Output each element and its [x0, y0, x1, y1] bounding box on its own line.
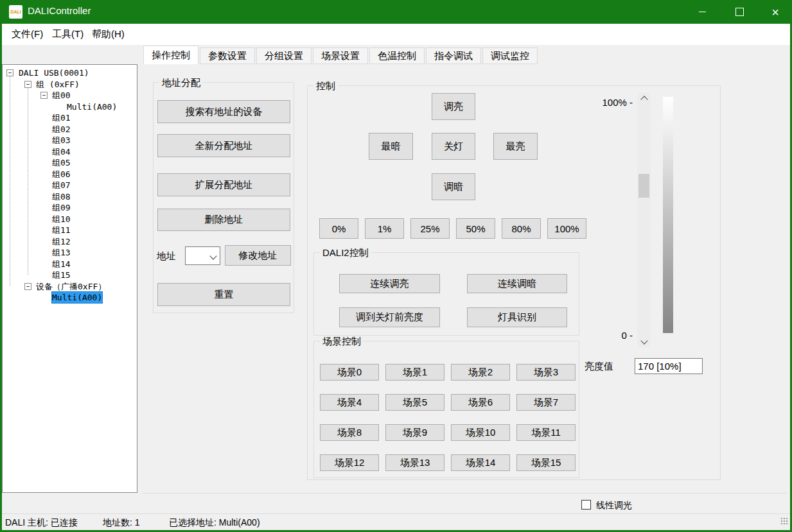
- darkest-button[interactable]: 最暗: [369, 133, 413, 160]
- dim-button[interactable]: 调暗: [432, 173, 475, 200]
- tree-item-multi-a00[interactable]: Multi(A00): [3, 101, 137, 112]
- scene-1-button[interactable]: 场景1: [385, 364, 444, 381]
- scene-5-button[interactable]: 场景5: [385, 394, 444, 411]
- percent-100-button[interactable]: 100%: [547, 218, 586, 239]
- group-title: 控制: [313, 80, 338, 92]
- tree-item-group13[interactable]: 组13: [3, 247, 137, 258]
- scene-13-button[interactable]: 场景13: [385, 454, 444, 471]
- scene-15-button[interactable]: 场景15: [516, 454, 576, 471]
- tree-item-group09[interactable]: 组09: [3, 202, 137, 213]
- title-bar: DALI DALIController ×: [0, 0, 792, 24]
- tree-item-group07[interactable]: 组07: [3, 180, 137, 191]
- percent-1-button[interactable]: 1%: [365, 218, 404, 239]
- scene-6-button[interactable]: 场景6: [451, 394, 510, 411]
- tree-item-group10[interactable]: 组10: [3, 214, 137, 225]
- status-bar: DALI 主机: 已连接 地址数: 1 已选择地址: Multi(A00): [0, 513, 792, 531]
- scene-10-button[interactable]: 场景10: [451, 424, 510, 441]
- group-title: DALI2控制: [320, 247, 371, 259]
- reset-button[interactable]: 重置: [157, 283, 290, 306]
- address-combo[interactable]: [185, 246, 220, 265]
- tab-debug-monitor[interactable]: 调试监控: [482, 47, 538, 64]
- group-title: 场景控制: [320, 336, 364, 348]
- menu-bar: 文件(F) 工具(T) 帮助(H): [2, 24, 790, 45]
- tree-item-root[interactable]: DALI USB(0001): [3, 67, 137, 78]
- tree-item-group04[interactable]: 组04: [3, 146, 137, 157]
- tree-item-group00[interactable]: 组00: [3, 90, 137, 101]
- minimize-button[interactable]: [687, 0, 717, 24]
- linear-dimming-checkbox[interactable]: [581, 500, 591, 510]
- scrollbar-up-button[interactable]: [637, 92, 651, 104]
- menu-tools[interactable]: 工具(T): [48, 24, 87, 45]
- tree-item-group14[interactable]: 组14: [3, 259, 137, 270]
- tree-item-devices[interactable]: 设备（广播0xFF）: [3, 281, 137, 292]
- tree-item-group-root[interactable]: 组 (0xFF): [3, 79, 137, 90]
- continuous-dim-button[interactable]: 连续调暗: [467, 274, 567, 293]
- scene-3-button[interactable]: 场景3: [516, 364, 576, 381]
- percent-80-button[interactable]: 80%: [502, 218, 541, 239]
- brightness-gradient-bar: [663, 97, 673, 333]
- restore-last-level-button[interactable]: 调到关灯前亮度: [339, 307, 440, 327]
- tree-item-group08[interactable]: 组08: [3, 191, 137, 202]
- scene-8-button[interactable]: 场景8: [320, 424, 379, 441]
- dali-logo-icon: DALI: [9, 5, 22, 19]
- resize-grip-icon[interactable]: [780, 517, 788, 525]
- tree-item-group11[interactable]: 组11: [3, 225, 137, 236]
- tab-strip: 操作控制 参数设置 分组设置 场景设置 色温控制 指令调试 调试监控: [143, 46, 539, 64]
- menu-help[interactable]: 帮助(H): [88, 24, 128, 45]
- scene-0-button[interactable]: 场景0: [320, 364, 379, 381]
- device-tree: DALI USB(0001) 组 (0xFF) 组00 Multi(A00) 组…: [2, 64, 137, 493]
- tab-parameter-settings[interactable]: 参数设置: [200, 47, 255, 64]
- tab-command-debug[interactable]: 指令调试: [426, 47, 481, 64]
- percent-0-button[interactable]: 0%: [319, 218, 358, 239]
- scene-14-button[interactable]: 场景14: [451, 454, 510, 471]
- window-title: DALIController: [28, 5, 91, 16]
- percent-25-button[interactable]: 25%: [410, 218, 450, 239]
- tab-group-settings[interactable]: 分组设置: [256, 47, 312, 64]
- menu-file[interactable]: 文件(F): [8, 24, 47, 45]
- tab-operation-control[interactable]: 操作控制: [143, 46, 198, 64]
- identify-fixture-button[interactable]: 灯具识别: [467, 307, 567, 327]
- tree-collapse-icon[interactable]: [24, 81, 31, 88]
- extend-assign-addresses-button[interactable]: 扩展分配地址: [157, 173, 290, 196]
- tree-collapse-icon[interactable]: [40, 92, 48, 99]
- tree-item-group01[interactable]: 组01: [3, 112, 137, 123]
- continuous-brighten-button[interactable]: 连续调亮: [339, 274, 440, 293]
- tree-item-group02[interactable]: 组02: [3, 124, 137, 135]
- maximize-icon: [735, 8, 744, 16]
- scene-11-button[interactable]: 场景11: [516, 424, 576, 441]
- brightness-scrollbar[interactable]: [637, 92, 651, 347]
- modify-address-button[interactable]: 修改地址: [225, 245, 291, 266]
- brightness-value-field[interactable]: 170 [10%]: [635, 358, 703, 374]
- scene-12-button[interactable]: 场景12: [320, 454, 379, 471]
- tree-item-group12[interactable]: 组12: [3, 236, 137, 247]
- scene-4-button[interactable]: 场景4: [320, 394, 379, 411]
- brighten-button[interactable]: 调亮: [432, 93, 475, 120]
- percent-50-button[interactable]: 50%: [456, 218, 495, 239]
- tree-item-group05[interactable]: 组05: [3, 157, 137, 168]
- scrollbar-down-button[interactable]: [637, 336, 651, 347]
- scrollbar-thumb[interactable]: [638, 174, 649, 198]
- tree-collapse-icon[interactable]: [24, 283, 31, 290]
- chevron-up-icon: [640, 96, 647, 103]
- light-off-button[interactable]: 关灯: [432, 133, 475, 160]
- close-button[interactable]: ×: [761, 0, 790, 24]
- tree-item-group06[interactable]: 组06: [3, 169, 137, 180]
- tab-scene-settings[interactable]: 场景设置: [313, 47, 368, 64]
- address-label: 地址: [157, 250, 176, 262]
- chevron-down-icon: [209, 252, 216, 259]
- scene-9-button[interactable]: 场景9: [385, 424, 444, 441]
- scene-2-button[interactable]: 场景2: [451, 364, 510, 381]
- search-addressed-devices-button[interactable]: 搜索有地址的设备: [157, 100, 290, 123]
- assign-new-addresses-button[interactable]: 全新分配地址: [157, 134, 290, 157]
- tree-item-multi-a00-selected[interactable]: Multi(A00): [3, 292, 137, 303]
- tab-color-temp-control[interactable]: 色温控制: [369, 47, 425, 64]
- maximize-button[interactable]: [725, 0, 754, 24]
- tree-item-group03[interactable]: 组03: [3, 135, 137, 146]
- brightest-button[interactable]: 最亮: [493, 133, 538, 160]
- scene-7-button[interactable]: 场景7: [516, 394, 576, 411]
- scene-button-grid: 场景0 场景1 场景2 场景3 场景4 场景5 场景6 场景7 场景8 场景9 …: [320, 364, 576, 471]
- tree-item-group15[interactable]: 组15: [3, 270, 137, 280]
- chevron-down-icon: [640, 337, 647, 344]
- tree-collapse-icon[interactable]: [6, 69, 13, 76]
- delete-address-button[interactable]: 删除地址: [157, 209, 290, 231]
